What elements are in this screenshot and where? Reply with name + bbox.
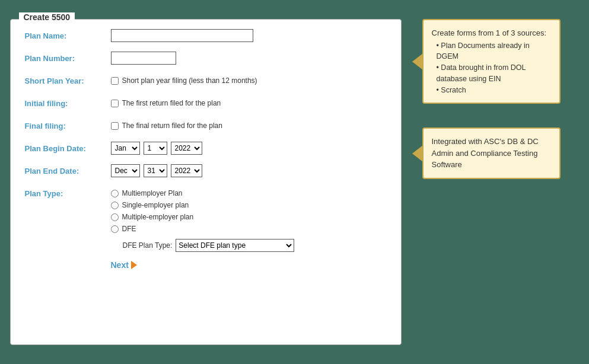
callout1-item-1: Plan Documents already in DGEM: [437, 40, 551, 63]
plan-number-row: Plan Number:: [25, 52, 387, 68]
initial-filing-checkbox-label: The first return filed for the plan: [122, 99, 221, 107]
initial-filing-row: Initial filing: The first return filed f…: [25, 97, 387, 113]
end-year-select[interactable]: 20202021202220232024: [171, 164, 202, 177]
plan-end-date-label: Plan End Date:: [25, 164, 111, 175]
plan-type-multiemployer-radio[interactable]: [111, 190, 119, 197]
final-filing-checkbox-label: The final return filed for the plan: [122, 122, 222, 130]
callout1-list: Plan Documents already in DGEM Data brou…: [432, 40, 551, 96]
main-container: Create 5500 Plan Name: Plan Number: Shor…: [10, 13, 580, 351]
plan-type-multiemployer-label: Multiemployer Plan: [122, 189, 183, 197]
callout2-arrow: [412, 145, 423, 162]
plan-type-radio-group: Multiemployer Plan Single-employer plan …: [111, 187, 295, 252]
plan-type-single-radio[interactable]: [111, 202, 119, 209]
plan-end-date-row: Plan End Date: JanFebMarApr MayJunJulAug…: [25, 164, 387, 181]
plan-type-dfe-label: DFE: [122, 225, 136, 233]
short-plan-year-label: Short Plan Year:: [25, 74, 111, 85]
plan-type-multiemployer-row: Multiemployer Plan: [111, 189, 295, 197]
plan-name-input[interactable]: [111, 29, 253, 42]
initial-filing-checkbox-row: The first return filed for the plan: [111, 97, 221, 107]
short-plan-year-control: Short plan year filing (less than 12 mon…: [111, 74, 387, 85]
plan-number-label: Plan Number:: [25, 52, 111, 63]
plan-number-control: [111, 52, 387, 65]
callout2-text: Integrated with ASC's DB & DC Admin and …: [432, 137, 539, 169]
callouts-panel: Create forms from 1 of 3 sources: Plan D…: [412, 19, 561, 179]
plan-name-row: Plan Name:: [25, 29, 387, 46]
plan-name-control: [111, 29, 387, 42]
form-title: Create 5500: [19, 12, 75, 22]
plan-type-row: Plan Type: Multiemployer Plan Single-emp…: [25, 187, 387, 252]
short-plan-year-checkbox-label: Short plan year filing (less than 12 mon…: [122, 76, 257, 85]
dfe-subrow: DFE Plan Type: Select DFE plan type: [123, 239, 295, 252]
plan-begin-date-row: Plan Begin Date: JanFebMarApr MayJunJulA…: [25, 142, 387, 158]
short-plan-year-checkbox[interactable]: [111, 77, 119, 85]
begin-year-select[interactable]: 20202021202220232024: [171, 142, 202, 155]
plan-type-dfe-row: DFE: [111, 225, 295, 233]
end-day-select[interactable]: 12345 678910 1112131415 1617181920 21222…: [144, 164, 167, 177]
form-panel: Create 5500 Plan Name: Plan Number: Shor…: [10, 19, 402, 345]
callout2-box: Integrated with ASC's DB & DC Admin and …: [422, 127, 561, 179]
next-button-label: Next: [111, 260, 129, 270]
final-filing-row: Final filing: The final return filed for…: [25, 119, 387, 136]
final-filing-control: The final return filed for the plan: [111, 119, 387, 130]
plan-begin-date-control: JanFebMarApr MayJunJulAug SepOctNovDec 1…: [111, 142, 387, 155]
plan-type-single-label: Single-employer plan: [122, 201, 189, 209]
plan-type-single-row: Single-employer plan: [111, 201, 295, 209]
callout1-title: Create forms from 1 of 3 sources:: [432, 27, 551, 39]
callout1-item-3: Scratch: [437, 85, 551, 96]
dfe-plan-type-label: DFE Plan Type:: [123, 241, 173, 250]
final-filing-checkbox[interactable]: [111, 122, 119, 130]
plan-type-multiple-radio[interactable]: [111, 213, 119, 221]
callout1-item-2: Data brought in from DOL database using …: [437, 62, 551, 85]
callout1-wrapper: Create forms from 1 of 3 sources: Plan D…: [412, 19, 561, 104]
initial-filing-control: The first return filed for the plan: [111, 97, 387, 107]
plan-type-control: Multiemployer Plan Single-employer plan …: [111, 187, 387, 252]
begin-day-select[interactable]: 12345 678910 1112131415 1617181920 21222…: [144, 142, 167, 155]
end-month-select[interactable]: JanFebMarApr MayJunJulAug SepOctNovDec: [111, 164, 140, 177]
plan-begin-date-label: Plan Begin Date:: [25, 142, 111, 153]
begin-month-select[interactable]: JanFebMarApr MayJunJulAug SepOctNovDec: [111, 142, 140, 155]
plan-type-multiple-row: Multiple-employer plan: [111, 213, 295, 221]
short-plan-year-checkbox-row: Short plan year filing (less than 12 mon…: [111, 74, 257, 85]
callout1-arrow: [412, 53, 423, 70]
short-plan-year-row: Short Plan Year: Short plan year filing …: [25, 74, 387, 91]
final-filing-label: Final filing:: [25, 119, 111, 130]
callout2-wrapper: Integrated with ASC's DB & DC Admin and …: [412, 127, 561, 179]
plan-type-label: Plan Type:: [25, 187, 111, 198]
plan-name-label: Plan Name:: [25, 29, 111, 40]
final-filing-checkbox-row: The final return filed for the plan: [111, 119, 222, 130]
next-arrow-icon: [131, 261, 137, 269]
initial-filing-checkbox[interactable]: [111, 100, 119, 107]
plan-end-date-control: JanFebMarApr MayJunJulAug SepOctNovDec 1…: [111, 164, 387, 177]
plan-number-input[interactable]: [111, 52, 176, 65]
plan-type-dfe-radio[interactable]: [111, 225, 119, 233]
initial-filing-label: Initial filing:: [25, 97, 111, 108]
next-button[interactable]: Next: [111, 260, 137, 270]
callout1-box: Create forms from 1 of 3 sources: Plan D…: [422, 19, 561, 104]
dfe-plan-type-select[interactable]: Select DFE plan type: [176, 239, 294, 252]
plan-type-multiple-label: Multiple-employer plan: [122, 213, 194, 221]
